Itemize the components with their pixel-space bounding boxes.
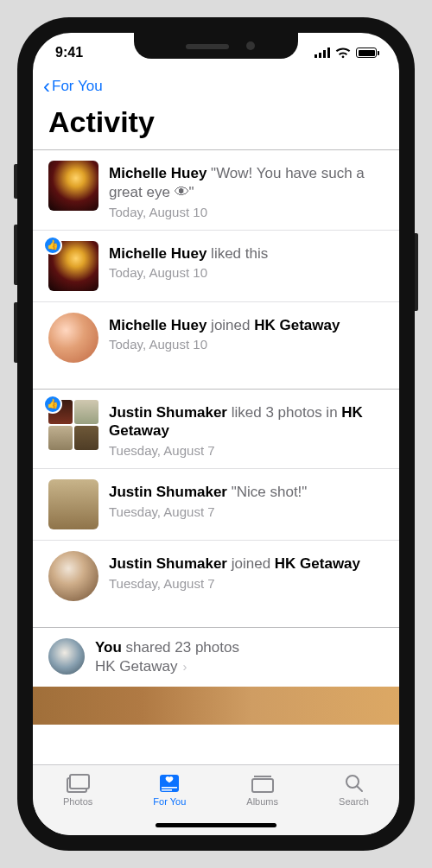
svg-rect-1 — [70, 775, 89, 789]
svg-rect-5 — [254, 776, 271, 777]
battery-icon — [356, 48, 377, 58]
tab-label: Albums — [246, 796, 278, 807]
volume-down-button — [14, 302, 17, 363]
activity-date: Today, August 10 — [109, 337, 384, 352]
activity-thumbnail — [48, 479, 98, 529]
chevron-left-icon: ‹ — [43, 74, 50, 98]
activity-text: Michelle Huey liked this — [109, 244, 384, 263]
screen: 9:41 ‹ For You Activity Michelle Huey "W… — [33, 33, 399, 835]
search-icon — [342, 772, 366, 795]
activity-row[interactable]: Michelle Huey liked this Today, August 1… — [33, 230, 399, 301]
activity-date: Tuesday, August 7 — [109, 443, 384, 458]
svg-line-8 — [357, 787, 362, 792]
activity-row[interactable]: Michelle Huey joined HK Getaway Today, A… — [33, 301, 399, 373]
tab-label: Search — [339, 796, 369, 807]
activity-thumbnail — [48, 241, 98, 291]
activity-text: Michelle Huey joined HK Getaway — [109, 316, 384, 335]
activity-date: Tuesday, August 7 — [109, 504, 384, 519]
activity-subtitle: HK Getaway › — [95, 657, 384, 676]
tab-albums[interactable]: Albums — [246, 772, 278, 807]
activity-row[interactable]: Justin Shumaker "Nice shot!" Tuesday, Au… — [33, 468, 399, 540]
activity-row[interactable]: Justin Shumaker liked 3 photos in HK Get… — [33, 389, 399, 469]
like-badge-icon — [43, 395, 62, 414]
shared-photo-strip[interactable] — [33, 687, 399, 725]
activity-text: Justin Shumaker liked 3 photos in HK Get… — [109, 403, 384, 441]
tab-search[interactable]: Search — [339, 772, 369, 807]
home-indicator[interactable] — [156, 823, 276, 827]
activity-text: Michelle Huey "Wow! You have such a grea… — [109, 164, 384, 202]
photos-icon — [66, 772, 90, 795]
activity-row[interactable]: Michelle Huey "Wow! You have such a grea… — [33, 149, 399, 230]
like-badge-icon — [43, 236, 62, 255]
activity-thumbnail-grid — [48, 400, 98, 450]
svg-rect-4 — [162, 789, 172, 791]
activity-date: Today, August 10 — [109, 265, 384, 280]
tab-for-you[interactable]: For You — [153, 772, 186, 807]
side-button — [14, 164, 17, 199]
tab-photos[interactable]: Photos — [63, 772, 92, 807]
activity-text: You shared 23 photos — [95, 638, 384, 657]
tab-label: Photos — [63, 796, 92, 807]
status-icons — [314, 48, 377, 59]
page-title: Activity — [43, 100, 389, 149]
activity-list[interactable]: Michelle Huey "Wow! You have such a grea… — [33, 149, 399, 764]
back-label: For You — [52, 78, 103, 95]
chevron-right-icon: › — [179, 659, 187, 674]
notch — [134, 33, 298, 59]
activity-date: Tuesday, August 7 — [109, 576, 384, 591]
svg-rect-6 — [252, 779, 273, 792]
nav-bar: ‹ For You Activity — [33, 73, 399, 149]
activity-date: Today, August 10 — [109, 205, 384, 219]
activity-avatar — [48, 551, 98, 601]
status-time: 9:41 — [55, 45, 83, 60]
activity-text: Justin Shumaker "Nice shot!" — [109, 483, 384, 502]
activity-text: Justin Shumaker joined HK Getaway — [109, 554, 384, 573]
cellular-icon — [314, 48, 330, 58]
activity-row[interactable]: Justin Shumaker joined HK Getaway Tuesda… — [33, 540, 399, 611]
wifi-icon — [335, 48, 351, 59]
activity-avatar — [48, 313, 98, 363]
power-button — [415, 233, 418, 311]
volume-up-button — [14, 225, 17, 285]
device-frame: 9:41 ‹ For You Activity Michelle Huey "W… — [17, 17, 415, 851]
back-button[interactable]: ‹ For You — [43, 73, 389, 100]
svg-rect-3 — [162, 787, 177, 789]
tab-label: For You — [153, 796, 186, 807]
for-you-icon — [157, 772, 181, 795]
activity-avatar — [48, 638, 85, 675]
albums-icon — [251, 772, 275, 795]
activity-row[interactable]: You shared 23 photos HK Getaway › — [33, 627, 399, 687]
activity-thumbnail — [48, 161, 98, 211]
